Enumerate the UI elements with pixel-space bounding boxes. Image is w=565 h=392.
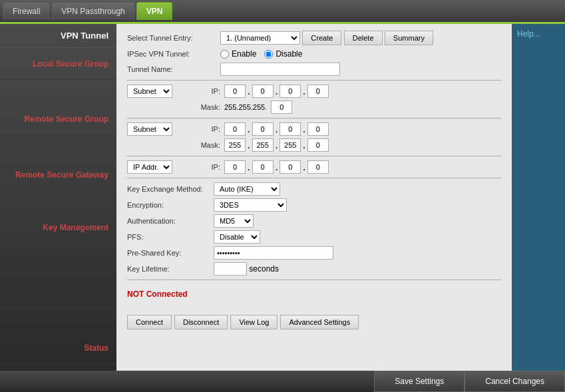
tab-vpn[interactable]: VPN <box>136 2 173 20</box>
auth-select[interactable]: MD5 <box>214 214 254 228</box>
gateway-ip-label: IP: <box>178 163 224 171</box>
local-mask-label: Mask: <box>178 103 224 111</box>
local-ip-1[interactable] <box>224 85 246 98</box>
local-group-type-select[interactable]: Subnet <box>127 85 172 98</box>
remote-mask-2[interactable] <box>252 138 274 152</box>
disconnect-button[interactable]: Disconnect <box>174 315 228 329</box>
pfs-label: PFS: <box>127 233 214 241</box>
ipsec-radio-group: Enable Disable <box>220 49 302 59</box>
gateway-type-select[interactable]: IP Addr. <box>127 160 172 174</box>
preshared-input[interactable] <box>214 246 333 260</box>
remote-mask-row: Mask: . . . <box>127 138 501 152</box>
radio-disable[interactable] <box>264 50 273 59</box>
sidebar-remote-secure-gateway: Remote Secure Gateway <box>0 160 116 192</box>
tunnel-entry-select[interactable]: 1. (Unnamed) <box>220 31 300 45</box>
local-ip-label: IP: <box>178 87 224 95</box>
view-log-button[interactable]: View Log <box>230 315 278 329</box>
lifetime-label: Key Lifetime: <box>127 265 214 273</box>
remote-ip-group: . . . <box>224 122 329 136</box>
tab-vpn-passthrough[interactable]: VPN Passthrough <box>51 2 134 20</box>
divider-5 <box>127 280 501 280</box>
preshared-label: Pre-Shared Key: <box>127 249 214 257</box>
action-buttons: Connect Disconnect View Log Advanced Set… <box>127 315 501 329</box>
save-settings-button[interactable]: Save Settings <box>374 371 465 392</box>
encryption-row: Encryption: 3DES <box>127 198 501 212</box>
remote-ip-1[interactable] <box>224 122 246 136</box>
summary-button[interactable]: Summary <box>385 31 433 45</box>
tunnel-name-label: Tunnel Name: <box>127 65 220 73</box>
status-row: NOT Connected <box>127 284 501 304</box>
sidebar-remote-secure-group: Remote Secure Group <box>0 104 116 136</box>
remote-ip-3[interactable] <box>280 122 301 136</box>
tunnel-entry-label: Select Tunnel Entry: <box>127 34 220 42</box>
content-area: Select Tunnel Entry: 1. (Unnamed) Create… <box>116 24 512 371</box>
auth-row: Authentication: MD5 <box>127 214 501 228</box>
radio-enable[interactable] <box>220 50 229 59</box>
create-button[interactable]: Create <box>302 31 341 45</box>
sidebar-title: VPN Tunnel <box>0 24 116 48</box>
remote-gateway-section: IP Addr. IP: . . . <box>127 160 501 174</box>
gateway-ip-3[interactable] <box>280 160 301 174</box>
divider-1 <box>127 80 501 81</box>
bottom-bar: Save Settings Cancel Changes <box>0 371 565 392</box>
encryption-select[interactable]: 3DES <box>214 198 287 212</box>
remote-mask-1[interactable] <box>224 138 246 152</box>
local-ip-group: . . . <box>224 85 329 98</box>
lifetime-input[interactable]: 3600 <box>214 262 247 276</box>
radio-enable-item: Enable <box>220 49 256 59</box>
gateway-ip-4[interactable] <box>307 160 329 174</box>
local-group-type-row: Subnet IP: . . . <box>127 85 501 98</box>
sidebar-status: Status <box>0 332 116 364</box>
key-method-label: Key Exchange Method: <box>127 185 214 193</box>
remote-mask-label: Mask: <box>178 141 224 149</box>
remote-mask-group: . . . <box>224 138 329 152</box>
remote-mask-3[interactable] <box>280 138 301 152</box>
key-method-select[interactable]: Auto (IKE) <box>214 182 280 196</box>
remote-group-type-row: Subnet IP: . . . <box>127 122 501 136</box>
main-layout: VPN Tunnel Local Secure Group Remote Sec… <box>0 24 565 371</box>
cancel-changes-button[interactable]: Cancel Changes <box>465 371 565 392</box>
radio-enable-label: Enable <box>232 49 256 59</box>
remote-ip-4[interactable] <box>307 122 329 136</box>
pfs-row: PFS: Disable <box>127 230 501 244</box>
local-ip-2[interactable] <box>252 85 274 98</box>
radio-disable-label: Disable <box>276 49 302 59</box>
tunnel-name-input[interactable] <box>220 63 340 76</box>
local-mask-row: Mask: 255.255.255. <box>127 100 501 114</box>
gateway-ip-2[interactable] <box>252 160 274 174</box>
radio-disable-item: Disable <box>264 49 302 59</box>
preshared-row: Pre-Shared Key: <box>127 246 501 260</box>
remote-group-section: Subnet IP: . . . Mask: . <box>127 122 501 152</box>
local-ip-3[interactable] <box>280 85 301 98</box>
local-mask-4[interactable] <box>271 100 292 114</box>
local-group-section: Subnet IP: . . . Mask: 255.255.255. <box>127 85 501 114</box>
tab-firewall[interactable]: Firewall <box>3 2 50 20</box>
key-method-row: Key Exchange Method: Auto (IKE) <box>127 182 501 196</box>
remote-group-type-select[interactable]: Subnet <box>127 122 172 136</box>
gateway-ip-group: . . . <box>224 160 329 174</box>
auth-label: Authentication: <box>127 217 214 225</box>
tunnel-name-row: Tunnel Name: <box>127 63 501 76</box>
gateway-ip-1[interactable] <box>224 160 246 174</box>
ipsec-row: IPSec VPN Tunnel: Enable Disable <box>127 49 501 59</box>
local-mask-group: 255.255.255. <box>224 100 292 114</box>
sidebar-key-management: Key Management <box>0 215 116 308</box>
delete-button[interactable]: Delete <box>344 31 383 45</box>
help-panel: Help... <box>512 24 565 371</box>
sidebar: VPN Tunnel Local Secure Group Remote Sec… <box>0 24 116 371</box>
remote-ip-2[interactable] <box>252 122 274 136</box>
tunnel-entry-row: Select Tunnel Entry: 1. (Unnamed) Create… <box>127 31 501 45</box>
encryption-label: Encryption: <box>127 201 214 209</box>
help-label: Help... <box>517 29 540 39</box>
divider-4 <box>127 178 501 178</box>
status-text: NOT Connected <box>127 284 188 304</box>
gateway-type-row: IP Addr. IP: . . . <box>127 160 501 174</box>
advanced-settings-button[interactable]: Advanced Settings <box>280 315 359 329</box>
sidebar-local-secure-group: Local Secure Group <box>0 48 116 80</box>
remote-mask-4[interactable] <box>307 138 329 152</box>
ipsec-label: IPSec VPN Tunnel: <box>127 50 220 58</box>
local-ip-4[interactable] <box>307 85 329 98</box>
lifetime-unit: seconds <box>249 264 279 274</box>
connect-button[interactable]: Connect <box>127 315 172 329</box>
pfs-select[interactable]: Disable <box>214 230 260 244</box>
